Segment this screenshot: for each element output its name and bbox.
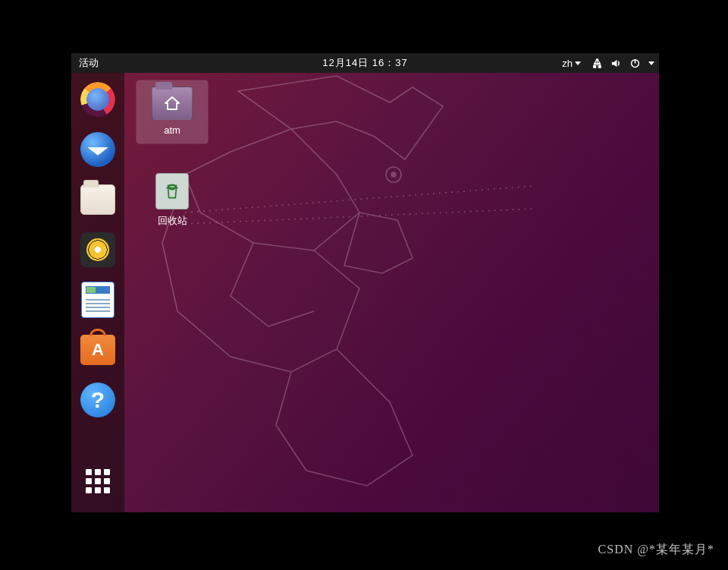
folder-icon <box>152 87 193 120</box>
svg-rect-6 <box>598 65 601 68</box>
svg-line-2 <box>185 186 534 213</box>
volume-icon <box>610 58 622 69</box>
files-icon <box>80 184 115 215</box>
power-icon <box>629 58 641 69</box>
svg-point-4 <box>596 58 599 61</box>
system-status-area[interactable] <box>592 58 654 69</box>
svg-point-1 <box>391 172 396 177</box>
svg-line-3 <box>185 209 534 224</box>
network-icon <box>592 58 603 69</box>
firefox-icon <box>80 82 115 117</box>
dock: A ? <box>71 73 124 512</box>
thunderbird-icon <box>80 132 115 167</box>
dock-rhythmbox[interactable] <box>79 231 117 269</box>
dock-ubuntu-software[interactable]: A <box>79 331 117 369</box>
apps-grid-icon <box>86 469 110 493</box>
help-icon: ? <box>80 383 115 417</box>
home-icon <box>152 87 192 119</box>
trash-icon <box>155 173 189 209</box>
activities-button[interactable]: 活动 <box>79 56 99 70</box>
wallpaper-fossa <box>140 61 595 501</box>
rhythmbox-icon <box>80 232 115 267</box>
svg-rect-5 <box>593 65 595 68</box>
dock-thunderbird[interactable] <box>79 131 117 168</box>
watermark: CSDN @*某年某月* <box>598 542 714 558</box>
ubuntu-software-icon: A <box>80 335 115 365</box>
chevron-down-icon <box>648 61 654 65</box>
dock-help[interactable]: ? <box>79 381 117 419</box>
ubuntu-desktop[interactable]: 活动 12月14日 16：37 zh <box>71 53 659 512</box>
desktop-icon-label: 回收站 <box>158 214 187 228</box>
show-applications-button[interactable] <box>79 462 117 500</box>
desktop-icon-label: atm <box>164 124 180 136</box>
desktop-trash[interactable]: 回收站 <box>136 167 208 235</box>
dock-libreoffice-writer[interactable] <box>79 281 117 319</box>
ime-label: zh <box>562 58 573 69</box>
desktop-folder-atm[interactable]: atm <box>136 80 208 143</box>
chevron-down-icon <box>575 61 581 65</box>
dock-files[interactable] <box>79 181 117 219</box>
top-bar: 活动 12月14日 16：37 zh <box>71 53 659 73</box>
input-method-indicator[interactable]: zh <box>562 58 581 69</box>
libreoffice-writer-icon <box>81 282 115 318</box>
clock[interactable]: 12月14日 16：37 <box>322 57 407 68</box>
dock-firefox[interactable] <box>79 80 117 118</box>
